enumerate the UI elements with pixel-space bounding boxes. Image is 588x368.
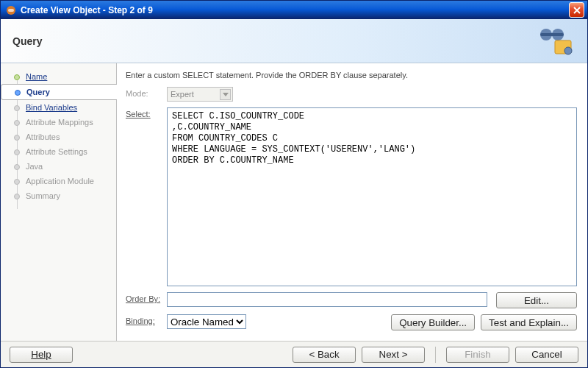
- step-dot-icon: [14, 74, 20, 80]
- step-label: Attribute Mappings: [26, 118, 93, 127]
- step-label: Query: [26, 88, 50, 96]
- step-label: Bind Variables: [26, 103, 77, 112]
- step-label: Summary: [26, 191, 60, 200]
- query-builder-button[interactable]: Query Builder...: [391, 314, 475, 330]
- footer-bar: Help < Back Next > Finish Cancel: [1, 341, 587, 367]
- next-button[interactable]: Next >: [362, 347, 425, 363]
- chevron-down-icon: [220, 89, 231, 100]
- step-dot-icon: [14, 164, 20, 170]
- svg-point-6: [564, 47, 572, 54]
- step-list: NameQueryBind VariablesAttribute Mapping…: [1, 69, 116, 203]
- step-attribute-settings: Attribute Settings: [1, 144, 116, 159]
- test-explain-button[interactable]: Test and Explain...: [481, 314, 577, 330]
- step-summary: Summary: [1, 188, 116, 203]
- finish-button: Finish: [446, 347, 509, 363]
- orderby-label: Order By:: [126, 292, 167, 303]
- step-label: Attributes: [26, 132, 60, 141]
- select-textarea[interactable]: [167, 107, 577, 286]
- mode-value: Expert: [171, 90, 194, 99]
- step-bind-variables[interactable]: Bind Variables: [1, 100, 116, 115]
- content-area: NameQueryBind VariablesAttribute Mapping…: [1, 63, 587, 341]
- step-label: Java: [26, 162, 43, 171]
- select-row: Select:: [126, 107, 577, 286]
- svg-rect-1: [8, 9, 14, 12]
- step-dot-icon: [14, 135, 20, 141]
- binding-select[interactable]: Oracle Named: [167, 314, 246, 329]
- binding-row: Binding: Oracle Named Query Builder... T…: [126, 314, 577, 330]
- step-dot-icon: [14, 179, 20, 185]
- svg-rect-4: [540, 33, 564, 36]
- page-title: Query: [12, 35, 42, 47]
- step-label: Attribute Settings: [26, 147, 87, 156]
- back-button[interactable]: < Back: [293, 347, 356, 363]
- step-sidebar: NameQueryBind VariablesAttribute Mapping…: [1, 63, 117, 341]
- mode-select: Expert: [167, 87, 233, 102]
- select-label: Select:: [126, 107, 167, 118]
- step-label: Name: [26, 72, 47, 81]
- step-name[interactable]: Name: [1, 69, 116, 84]
- banner-icon: [536, 24, 576, 58]
- help-button[interactable]: Help: [10, 347, 73, 363]
- titlebar: Create View Object - Step 2 of 9: [1, 1, 587, 19]
- main-panel: Enter a custom SELECT statement. Provide…: [117, 63, 587, 341]
- step-dot-icon: [14, 149, 20, 155]
- binding-label: Binding:: [126, 314, 167, 325]
- instruction-text: Enter a custom SELECT statement. Provide…: [126, 71, 577, 79]
- step-attribute-mappings: Attribute Mappings: [1, 115, 116, 130]
- mode-row: Mode: Expert: [126, 87, 577, 102]
- cancel-button[interactable]: Cancel: [515, 347, 578, 363]
- step-dot-icon: [14, 194, 20, 199]
- edit-button[interactable]: Edit...: [496, 292, 577, 308]
- step-label: Application Module: [26, 177, 94, 185]
- orderby-input[interactable]: [167, 292, 487, 307]
- close-button[interactable]: [569, 2, 584, 18]
- step-dot-icon: [14, 105, 20, 111]
- mode-label: Mode:: [126, 87, 167, 98]
- wizard-window: Create View Object - Step 2 of 9 Query N…: [0, 0, 588, 368]
- banner: Query: [1, 19, 587, 63]
- step-application-module: Application Module: [1, 174, 116, 188]
- step-java: Java: [1, 159, 116, 174]
- app-icon: [5, 4, 17, 16]
- step-query: Query: [1, 84, 117, 100]
- step-dot-icon: [14, 120, 20, 126]
- step-attributes: Attributes: [1, 130, 116, 144]
- orderby-row: Order By: Edit...: [126, 292, 577, 308]
- window-title: Create View Object - Step 2 of 9: [21, 5, 569, 15]
- separator: [435, 347, 436, 363]
- step-dot-icon: [15, 90, 21, 96]
